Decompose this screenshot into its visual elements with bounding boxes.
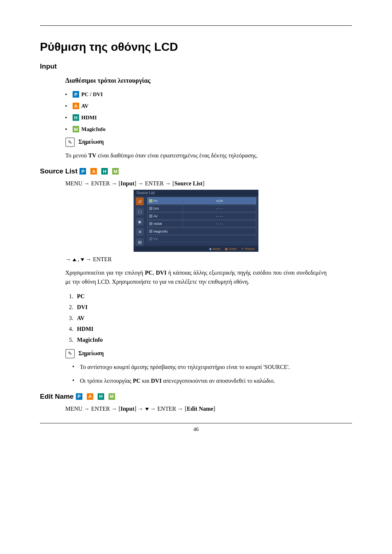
input-heading: Input (40, 62, 352, 70)
osd-title: Source List (134, 190, 258, 196)
check-icon (149, 230, 152, 233)
bullet-icon (65, 94, 67, 95)
note-item: Το αντίστοιχο κουμπί άμεσης πρόσβασης στ… (73, 363, 327, 372)
mode-label: PC / DVI (81, 91, 103, 98)
list-item: AV (75, 315, 327, 321)
bullet-icon (65, 105, 67, 107)
page-title: Ρύθμιση της οθόνης LCD (40, 40, 352, 54)
bottom-rule (40, 423, 352, 423)
osd-side-sound-icon: ◉ (136, 218, 144, 226)
mode-label: MagicInfo (81, 126, 106, 132)
down-arrow-icon (145, 408, 149, 411)
note-list: Το αντίστοιχο κουμπί άμεσης πρόσβασης στ… (73, 363, 327, 385)
source-list-path: MENU → ENTER → [Input] → ENTER → [Source… (65, 180, 327, 187)
osd-screenshot: Source List ⇄ ▢ ◉ ✲ ▤ PC VCR DVI (40, 190, 352, 252)
up-arrow-icon (73, 258, 76, 261)
note-icon: ✎ (65, 349, 75, 358)
mode-av: A AV (65, 103, 352, 109)
osd-row: PC VCR (147, 197, 256, 204)
mode-label: AV (81, 103, 89, 109)
a-icon: A (73, 103, 79, 109)
check-icon (149, 237, 152, 241)
osd-main: PC VCR DVI - - - - AV - - - - (146, 196, 258, 246)
osd-side-multi-icon: ▤ (136, 238, 144, 246)
h-icon: H (73, 114, 79, 121)
list-item: DVI (75, 304, 327, 311)
note-item: Οι τρόποι λειτουργίας PC και DVI απενεργ… (73, 377, 327, 385)
p-icon: P (79, 168, 86, 175)
osd-footer: ◆ Move ▣ Enter ↺ Return (134, 246, 258, 252)
list-item: HDMI (75, 326, 327, 332)
mode-magic: M MagicInfo (65, 126, 352, 132)
check-icon (149, 199, 152, 202)
m-icon: M (112, 168, 119, 175)
note-label: Σημείωση (78, 139, 104, 145)
m-icon: M (109, 393, 115, 400)
note-label: Σημείωση (78, 350, 104, 356)
osd-row: HDMI - - - - (147, 220, 256, 227)
h-icon: H (101, 168, 108, 175)
note-heading: ✎ Σημείωση (65, 138, 352, 147)
edit-name-path: MENU → ENTER → [Input] → → ENTER → [Edit… (65, 406, 327, 412)
edit-name-heading: Edit Name P A H M (40, 393, 352, 401)
bullet-icon (65, 128, 67, 130)
osd-side-setup-icon: ✲ (136, 228, 144, 236)
check-icon (149, 222, 152, 225)
osd-sidebar: ⇄ ▢ ◉ ✲ ▤ (134, 196, 146, 246)
osd-row: AV - - - - (147, 213, 256, 219)
a-icon: A (90, 168, 97, 175)
page-number: 46 (40, 426, 352, 432)
top-rule (40, 25, 352, 26)
osd-side-source-icon: ⇄ (136, 197, 144, 205)
modes-list: P PC / DVI A AV H HDMI M MagicInfo (65, 91, 352, 132)
mode-pc: P PC / DVI (65, 91, 352, 98)
mode-hdmi: H HDMI (65, 114, 352, 121)
nav-line: → , → ENTER (65, 256, 327, 263)
p-icon: P (76, 393, 82, 400)
list-item: MagicInfo (75, 337, 327, 343)
h-icon: H (98, 393, 104, 400)
osd-row: DVI - - - - (147, 205, 256, 212)
source-ordered-list: PC DVI AV HDMI MagicInfo (75, 293, 327, 343)
list-item: PC (75, 293, 327, 300)
osd-row: MagicInfo (147, 228, 256, 235)
note-heading: ✎ Σημείωση (65, 349, 352, 358)
source-desc: Χρησιμοποιείται για την επιλογή PC, DVI … (65, 268, 327, 287)
down-arrow-icon (81, 258, 84, 261)
p-icon: P (73, 91, 79, 98)
source-list-heading: Source List P A H M (40, 167, 352, 175)
check-icon (149, 207, 152, 210)
modes-heading: Διαθέσιμοι τρόποι λειτουργίας (65, 77, 352, 85)
mode-label: HDMI (81, 115, 97, 121)
bullet-icon (65, 117, 67, 118)
a-icon: A (87, 393, 93, 400)
note-text: Το μενού TV είναι διαθέσιμο όταν είναι ε… (65, 151, 327, 160)
check-icon (149, 214, 152, 218)
osd-side-picture-icon: ▢ (136, 208, 144, 216)
note-icon: ✎ (65, 138, 75, 147)
osd-row: TV (147, 235, 256, 242)
m-icon: M (73, 126, 79, 132)
